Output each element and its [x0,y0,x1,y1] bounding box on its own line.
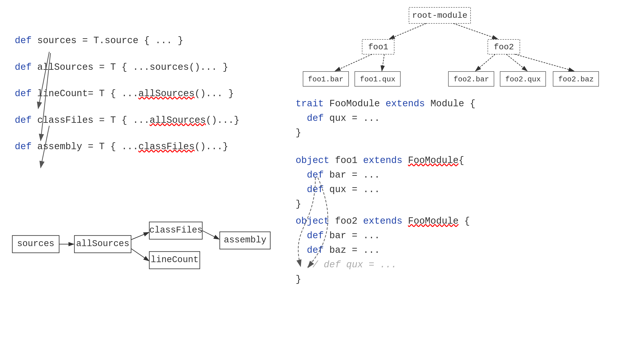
code-line-2: def allSources = T { ...sources()... } [15,61,240,73]
obj1-line-4: } [296,197,470,211]
object-code-block: object foo1 extends FooModule{ def bar =… [296,153,470,286]
code-line-5: def assembly = T { ...classFiles()...} [15,141,240,152]
svg-line-16 [382,54,384,71]
code-line-1: def sources = T.source { ... } [15,35,240,46]
obj2-line-5: } [296,272,470,286]
tree-diagram: root-module foo1 foo2 foo1.bar foo1.qux … [296,3,628,91]
svg-line-25 [131,232,149,240]
tree-foo1-label: foo1 [368,43,388,52]
obj1-line-3: def qux = ... [296,182,470,197]
flow-classfiles: classFiles [149,225,202,235]
obj1-line-1: object foo1 extends FooModule{ [296,153,470,167]
code-line-4: def classFiles = T { ...allSources()...} [15,114,240,126]
svg-line-17 [476,54,495,71]
obj2-line-4: // def qux = ... [296,257,470,272]
svg-line-14 [453,24,498,39]
tree-foo2baz-label: foo2.baz [558,75,594,84]
trait-code-block: trait FooModule extends Module { def qux… [296,96,476,140]
tree-foo2bar-label: foo2.bar [454,75,489,84]
tree-foo2-label: foo2 [494,43,514,52]
flow-allsources: allSources [76,239,129,249]
flow-diagram: sources allSources classFiles lineCount … [8,212,278,291]
tree-svg: root-module foo1 foo2 foo1.bar foo1.qux … [296,3,628,91]
svg-line-26 [131,249,149,261]
flow-assembly: assembly [224,235,266,245]
obj2-line-3: def baz = ... [296,243,470,257]
flow-linecount: lineCount [151,255,198,265]
flow-sources: sources [17,239,54,249]
trait-line-3: } [296,125,476,140]
obj1-line-2: def bar = ... [296,167,470,182]
obj2-line-1: object foo2 extends FooModule { [296,214,470,228]
trait-line-1: trait FooModule extends Module { [296,96,476,111]
tree-foo1qux-label: foo1.qux [360,75,396,84]
flow-svg: sources allSources classFiles lineCount … [8,212,278,286]
tree-root-label: root-module [412,11,467,20]
code-line-3: def lineCount= T { ...allSources()... } [15,88,240,99]
tree-foo1bar-label: foo1.bar [308,75,344,84]
left-code-panel: def sources = T.source { ... } def allSo… [15,35,240,167]
svg-line-29 [202,231,219,239]
svg-line-15 [335,54,372,71]
obj2-line-2: def bar = ... [296,228,470,243]
trait-line-2: def qux = ... [296,111,476,125]
svg-line-13 [389,24,426,39]
tree-foo2qux-label: foo2.qux [505,75,541,84]
